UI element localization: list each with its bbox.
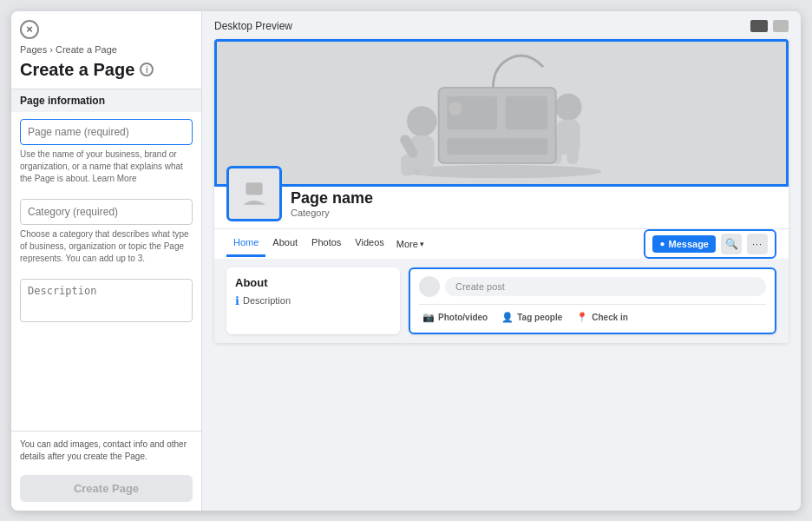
category-input[interactable]	[20, 199, 193, 225]
mobile-preview-icon[interactable]	[773, 20, 789, 32]
page-name-hint: Use the name of your business, brand or …	[20, 148, 193, 185]
desktop-preview-icon[interactable]	[750, 20, 768, 32]
message-label: Message	[669, 239, 709, 249]
cover-photo	[214, 39, 789, 187]
svg-rect-14	[447, 137, 547, 154]
preview-label: Desktop Preview	[214, 20, 292, 32]
nav-actions: ● Message 🔍 ···	[644, 229, 776, 259]
post-actions: 📷 Photo/video 👤 Tag people 📍 Check in	[419, 304, 766, 326]
form-area: Use the name of your business, brand or …	[11, 112, 201, 431]
page-nav: Home About Photos Videos More ▾ ● Messag…	[214, 228, 789, 259]
photo-video-action[interactable]: 📷 Photo/video	[419, 310, 491, 326]
avatar	[226, 166, 282, 221]
description-text: Description	[243, 295, 291, 306]
profile-category: Category	[291, 208, 373, 218]
main-window: × Pages › Create a Page Create a Page i …	[11, 11, 801, 511]
message-button[interactable]: ● Message	[652, 235, 716, 253]
profile-name: Page name	[291, 189, 373, 208]
create-post-input[interactable]: Create post	[445, 277, 766, 296]
search-button[interactable]: 🔍	[721, 234, 742, 254]
preview-header: Desktop Preview	[214, 20, 789, 32]
nav-more[interactable]: More ▾	[391, 232, 429, 256]
svg-point-15	[449, 102, 462, 115]
left-panel: × Pages › Create a Page Create a Page i …	[11, 11, 202, 511]
right-panel: Desktop Preview	[202, 11, 801, 511]
preview-card: Page name Category Home About Photos Vid…	[214, 39, 789, 343]
post-avatar	[419, 276, 440, 297]
more-button[interactable]: ···	[747, 234, 768, 254]
checkin-action[interactable]: 📍 Check in	[573, 310, 632, 326]
tag-people-action[interactable]: 👤 Tag people	[498, 310, 566, 326]
preview-icons	[750, 20, 789, 32]
create-page-button[interactable]: Create Page	[20, 475, 193, 502]
svg-rect-16	[246, 182, 262, 195]
nav-item-home[interactable]: Home	[226, 230, 265, 257]
bottom-note: You can add images, contact info and oth…	[11, 431, 201, 470]
about-box: About ℹ Description	[226, 267, 400, 334]
tag-icon: 👤	[501, 312, 514, 324]
about-title: About	[235, 276, 391, 289]
create-page-title: Create a Page	[20, 60, 134, 80]
nav-item-photos[interactable]: Photos	[304, 230, 348, 257]
svg-point-2	[407, 106, 437, 136]
post-box: Create post 📷 Photo/video 👤 Tag people	[409, 267, 776, 334]
nav-item-videos[interactable]: Videos	[348, 230, 390, 257]
description-icon: ℹ	[235, 294, 239, 307]
info-icon[interactable]: i	[140, 63, 154, 76]
tag-label: Tag people	[517, 313, 562, 322]
photo-label: Photo/video	[438, 313, 488, 322]
svg-point-7	[555, 93, 582, 120]
nav-item-about[interactable]: About	[265, 230, 304, 257]
page-name-input[interactable]	[20, 119, 193, 145]
checkin-label: Check in	[592, 313, 628, 322]
checkin-icon: 📍	[576, 312, 588, 324]
section-label: Page information	[11, 89, 201, 112]
post-input-row: Create post	[419, 276, 766, 297]
avatar-wrap	[226, 166, 282, 221]
page-content: About ℹ Description Create post	[214, 259, 789, 343]
close-button[interactable]: ×	[20, 20, 39, 39]
panel-title: Create a Page i	[11, 56, 201, 89]
profile-info: Page name Category	[291, 189, 373, 218]
description-input[interactable]	[20, 279, 193, 322]
category-hint: Choose a category that describes what ty…	[20, 228, 193, 265]
breadcrumb: Pages › Create a Page	[11, 43, 201, 56]
profile-section: Page name Category	[214, 187, 789, 228]
svg-rect-10	[566, 140, 579, 163]
svg-rect-13	[506, 96, 547, 129]
photo-icon: 📷	[422, 312, 435, 324]
layout: × Pages › Create a Page Create a Page i …	[11, 11, 801, 511]
svg-rect-5	[420, 155, 432, 175]
svg-rect-4	[401, 155, 413, 175]
about-description: ℹ Description	[235, 294, 391, 307]
